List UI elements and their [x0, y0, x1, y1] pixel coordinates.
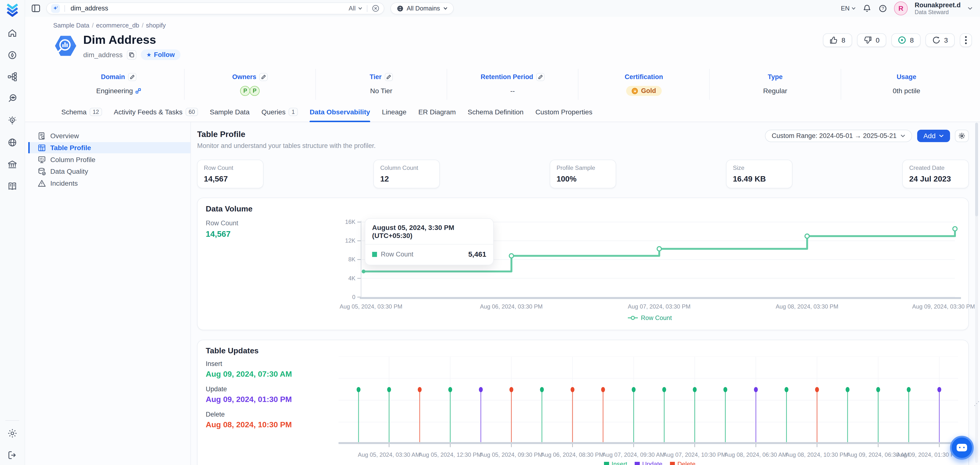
breadcrumb: Sample Data/ecommerce_db/shopify [53, 22, 972, 29]
incidents-warning-icon [38, 179, 46, 187]
glossary-book-icon[interactable] [6, 180, 19, 192]
governance-bank-icon[interactable] [6, 158, 19, 171]
open-tasks-button[interactable]: 8 [891, 33, 921, 47]
home-icon[interactable] [6, 27, 19, 39]
entity-actions: 8 0 8 3 [823, 33, 972, 47]
tab-sample-data[interactable]: Sample Data [210, 108, 250, 122]
breadcrumb-database[interactable]: ecommerce_db [96, 22, 139, 29]
kebab-menu-icon[interactable] [960, 33, 972, 47]
user-menu[interactable]: Rounakpreet.d Data Steward [915, 2, 961, 16]
stat-created-date: Created Date24 Jul 2023 [902, 160, 969, 188]
tab-queries[interactable]: Queries1 [261, 108, 298, 122]
subnav-incidents[interactable]: Incidents [28, 178, 191, 189]
user-avatar[interactable]: R [894, 2, 908, 15]
copy-icon[interactable] [127, 50, 136, 60]
subnav-table-profile[interactable]: Table Profile [28, 142, 191, 153]
svg-text:0: 0 [352, 294, 355, 300]
domains-globe-icon[interactable] [6, 136, 19, 149]
logout-icon[interactable] [6, 449, 19, 461]
search-input[interactable] [69, 4, 349, 13]
follow-star-icon: ★ [146, 52, 151, 58]
metadata-row: Domain Engineering Owners PP Tier No Tie… [53, 69, 972, 100]
tab-er-diagram[interactable]: ER Diagram [418, 108, 456, 122]
tab-activity-feeds[interactable]: Activity Feeds & Tasks60 [114, 108, 198, 122]
breadcrumb-schema[interactable]: shopify [146, 22, 165, 29]
meta-usage: Usage 0th pctile [841, 69, 972, 100]
table-updates-chart[interactable]: Aug 05, 2024, 03:30 AMAug 05, 2024, 12:3… [339, 357, 961, 465]
tab-schema[interactable]: Schema12 [61, 108, 102, 122]
sidebar-toggle-icon[interactable] [31, 4, 41, 13]
subnav-data-quality[interactable]: Data Quality [28, 166, 191, 177]
data-volume-chart[interactable]: August 05, 2024, 3:30 PM (UTC+05:30) Row… [339, 217, 961, 322]
lineage-sitemap-icon[interactable] [6, 71, 19, 83]
edit-pencil-icon[interactable] [128, 73, 136, 81]
data-volume-title: Data Volume [206, 205, 253, 213]
data-volume-legend[interactable]: Row Count [339, 314, 961, 321]
svg-text:8K: 8K [348, 256, 355, 263]
help-icon[interactable]: ? [878, 4, 887, 13]
tab-data-observability[interactable]: Data Observability [310, 108, 370, 122]
bigquery-service-icon [53, 33, 78, 59]
section-description: Monitor and understand your tables struc… [197, 142, 375, 150]
upvote-button[interactable]: 8 [823, 33, 852, 47]
page-title: Dim Address [83, 33, 180, 46]
app-logo[interactable] [5, 3, 20, 17]
app-screen: All All Domains EN ? R Rounakpreet.d Dat… [0, 0, 980, 465]
downvote-button[interactable]: 0 [857, 33, 886, 47]
app-rail [0, 0, 25, 465]
data-volume-card: Data Volume Row Count 14,567 August 05, … [197, 198, 969, 330]
resize-handle-icon[interactable]: ⋰ [974, 400, 979, 407]
versions-button[interactable]: 3 [926, 33, 955, 47]
entity-fqn: dim_address [83, 51, 123, 59]
ai-sparkle-icon [51, 4, 60, 13]
user-chevron-down-icon[interactable] [967, 7, 973, 10]
follow-button[interactable]: ★Follow [141, 49, 180, 60]
table-profile-icon [38, 144, 46, 152]
tab-lineage[interactable]: Lineage [382, 108, 406, 122]
insights-bulb-icon[interactable] [6, 114, 19, 127]
user-name: Rounakpreet.d [915, 2, 961, 9]
subnav-overview[interactable]: Overview [28, 130, 191, 141]
tab-custom-properties[interactable]: Custom Properties [535, 108, 592, 122]
explore-compass-icon[interactable] [6, 49, 19, 61]
owner-avatar[interactable]: P [250, 86, 259, 96]
observability-main: Overview Table Profile Column Profile Da… [25, 122, 980, 465]
meta-owners: Owners PP [184, 69, 315, 100]
chat-widget-button[interactable] [950, 436, 974, 460]
scrollbar[interactable] [975, 123, 978, 463]
profiler-subnav: Overview Table Profile Column Profile Da… [28, 122, 191, 465]
subnav-column-profile[interactable]: Column Profile [28, 154, 191, 165]
global-search[interactable]: All [46, 2, 384, 14]
entity-tabs: Schema12 Activity Feeds & Tasks60 Sample… [25, 108, 980, 122]
svg-text:16K: 16K [345, 219, 355, 225]
scrollbar-thumb[interactable] [975, 123, 978, 216]
edit-pencil-icon[interactable] [536, 73, 544, 81]
data-volume-summary: Row Count 14,567 [206, 219, 238, 239]
svg-text:?: ? [881, 6, 884, 11]
section-title: Table Profile [197, 130, 375, 139]
clear-search-icon[interactable] [372, 5, 379, 12]
tab-schema-definition[interactable]: Schema Definition [468, 108, 523, 122]
bell-icon[interactable] [862, 4, 871, 13]
domains-filter-button[interactable]: All Domains [390, 2, 453, 14]
meta-domain: Domain Engineering [53, 69, 184, 100]
certification-badge: Gold [626, 86, 662, 96]
meta-type: Type Regular [709, 69, 840, 100]
user-role: Data Steward [915, 9, 961, 16]
search-scope-dropdown[interactable]: All [349, 5, 363, 12]
date-range-dropdown[interactable]: Custom Range: 2024-05-01 → 2025-05-21 [765, 130, 912, 142]
owner-avatar[interactable]: P [240, 86, 250, 96]
add-button[interactable]: Add [917, 130, 950, 142]
table-updates-legend[interactable]: InsertUpdateDelete [339, 460, 961, 465]
topbar: All All Domains EN ? R Rounakpreet.d Dat… [25, 0, 980, 17]
profiler-settings-gear-icon[interactable] [955, 130, 969, 142]
edit-pencil-icon[interactable] [385, 73, 393, 81]
entity-page: Sample Data/ecommerce_db/shopify Dim Add… [25, 17, 980, 465]
language-selector[interactable]: EN [841, 5, 856, 12]
settings-gear-icon[interactable] [6, 427, 19, 440]
edit-pencil-icon[interactable] [259, 73, 267, 81]
overview-doc-icon [38, 132, 46, 140]
breadcrumb-service[interactable]: Sample Data [53, 22, 89, 29]
domain-link-icon [135, 88, 141, 94]
observability-search-eye-icon[interactable] [6, 92, 19, 105]
